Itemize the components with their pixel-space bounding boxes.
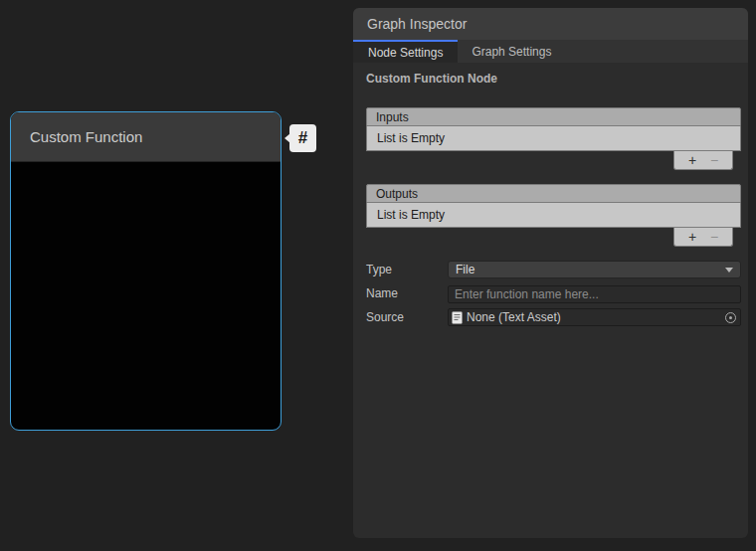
graph-inspector-panel: Graph Inspector Node Settings Graph Sett…	[353, 8, 748, 538]
inputs-list-empty-row: List is Empty	[366, 126, 741, 151]
type-label: Type	[366, 263, 448, 276]
name-field-row: Name	[366, 284, 741, 302]
inputs-list-title: Inputs	[376, 110, 409, 124]
type-dropdown-value: File	[456, 263, 474, 276]
type-dropdown[interactable]: File	[448, 261, 741, 278]
outputs-empty-label: List is Empty	[377, 208, 445, 222]
outputs-list-title: Outputs	[376, 187, 418, 201]
type-field-row: Type File	[366, 261, 741, 278]
outputs-list-footer-row: + −	[366, 228, 741, 248]
hash-icon: #	[298, 128, 307, 148]
badge-tail-icon	[284, 133, 290, 143]
tab-bar: Node Settings Graph Settings	[353, 40, 748, 63]
tab-node-settings[interactable]: Node Settings	[353, 40, 458, 63]
outputs-remove-button[interactable]: −	[710, 230, 718, 244]
tab-graph-settings-label: Graph Settings	[472, 45, 551, 59]
object-picker-icon[interactable]	[725, 312, 736, 323]
inputs-list: Inputs List is Empty + −	[366, 107, 741, 171]
name-label: Name	[366, 286, 448, 300]
inputs-list-header[interactable]: Inputs	[366, 107, 741, 126]
inputs-list-footer-row: + −	[366, 151, 741, 171]
inspector-content: Custom Function Node Inputs List is Empt…	[353, 63, 748, 326]
source-object-value: None (Text Asset)	[467, 310, 725, 324]
tab-graph-settings[interactable]: Graph Settings	[458, 40, 565, 63]
property-fields: Type File Name Source	[366, 261, 741, 326]
function-name-input[interactable]	[448, 285, 741, 303]
panel-title: Graph Inspector	[367, 16, 467, 32]
tab-node-settings-label: Node Settings	[368, 46, 443, 60]
inputs-add-button[interactable]: +	[688, 153, 696, 167]
node-title-bar[interactable]: Custom Function	[11, 112, 281, 162]
source-field-row: Source None (Text Asset)	[366, 308, 741, 326]
source-object-field[interactable]: None (Text Asset)	[448, 308, 741, 326]
outputs-add-button[interactable]: +	[688, 230, 696, 244]
outputs-list-header[interactable]: Outputs	[366, 184, 741, 203]
outputs-list-footer: + −	[673, 228, 733, 247]
chevron-down-icon	[725, 268, 733, 273]
inputs-empty-label: List is Empty	[377, 131, 445, 145]
node-hash-badge[interactable]: #	[289, 124, 316, 152]
panel-title-bar[interactable]: Graph Inspector	[353, 8, 748, 40]
source-label: Source	[366, 310, 448, 324]
node-title: Custom Function	[30, 128, 142, 145]
outputs-list: Outputs List is Empty + −	[366, 184, 741, 248]
custom-function-node[interactable]: Custom Function	[10, 111, 282, 431]
inputs-remove-button[interactable]: −	[710, 153, 718, 167]
section-heading: Custom Function Node	[366, 72, 741, 86]
text-asset-icon	[452, 311, 463, 324]
outputs-list-empty-row: List is Empty	[366, 203, 741, 228]
inputs-list-footer: + −	[673, 151, 733, 170]
